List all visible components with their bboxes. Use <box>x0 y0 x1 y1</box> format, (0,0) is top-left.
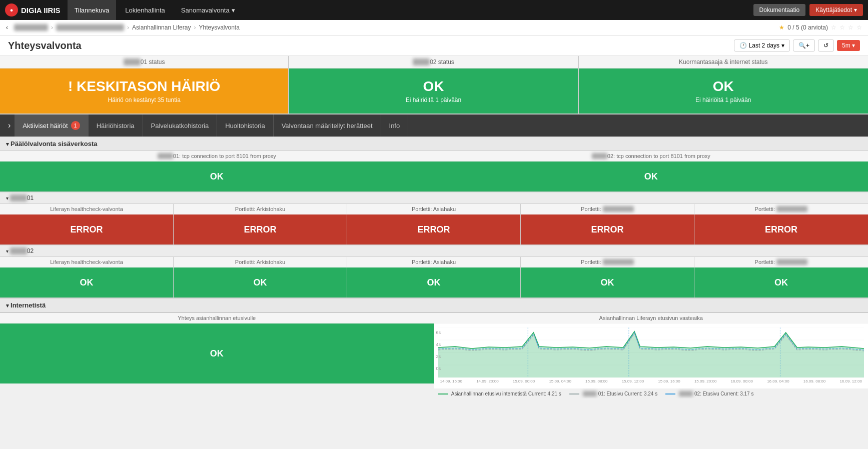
response-time-chart <box>438 328 864 378</box>
server01-health-label: Liferayn healthcheck-valvonta <box>0 204 173 214</box>
server02-portletti-4: Portletti: ████████ OK <box>521 257 694 298</box>
server01-health: Liferayn healthcheck-valvonta ERROR <box>0 204 174 245</box>
monitor-proxy-01-status: OK <box>0 162 434 192</box>
tab-valvontaan[interactable]: Valvontaan määritellyt herätteet <box>274 114 381 136</box>
server01-health-status: ERROR <box>0 214 173 244</box>
star-3[interactable]: ☆ <box>839 24 845 31</box>
server01-asiahaku: Portletti: Asiahaku ERROR <box>347 204 521 245</box>
documentation-button[interactable]: Dokumentaatio <box>753 4 806 16</box>
server02-arkisto: Portletti: Arkistohaku OK <box>174 257 347 298</box>
tab-palvelukatkohistoria[interactable]: Palvelukatkohistoria <box>143 114 218 136</box>
status-panel-2: ████02 status OK Ei häiriöitä 1 päivään <box>289 56 578 114</box>
monitor-proxy-02-status: OK <box>434 162 869 192</box>
tab-info[interactable]: Info <box>381 114 409 136</box>
status-panel-1: ████01 status ! KESKITASON HÄIRIÖ Häiriö… <box>0 56 289 114</box>
x-axis-labels: 14.09. 16:00 14.09. 20:00 15.09. 00:00 1… <box>438 379 864 384</box>
status-box-3-sub: Ei häiriöitä 1 päivään <box>695 96 751 104</box>
server02-asiahaku-status: OK <box>347 268 520 298</box>
rating-area: ★ 0 / 5 (0 arviota) ☆ ☆ ☆ ☆ <box>779 24 862 31</box>
legend-item-2: ████ 01: Etusivu Current: 3.24 s <box>569 391 657 396</box>
nav-sanomavalvonta[interactable]: Sanomavalvonta ▾ <box>174 0 242 20</box>
status-box-2: OK Ei häiriöitä 1 päivään <box>289 68 577 114</box>
back-arrow[interactable]: ‹ <box>6 24 8 31</box>
server01-portletti-5: Portletti: ████████ ERROR <box>694 204 868 245</box>
chart-legend: Asianhallinnan etusivu internetistä Curr… <box>434 388 869 398</box>
tabs-bar: › Aktiiviset häiriöt 1 Häiriöhistoria Pa… <box>0 114 868 136</box>
nav-lokienhallinta[interactable]: Lokienhallinta <box>118 0 172 20</box>
subsection-server01[interactable]: ████01 <box>0 192 868 204</box>
chevron-down-icon: ▾ <box>781 42 784 49</box>
server02-asiahaku-label: Portletti: Asiahaku <box>347 257 520 268</box>
interval-button[interactable]: 5m ▾ <box>837 40 860 51</box>
monitor-proxy-02: ████02: tcp connection to port 8101 from… <box>434 151 869 192</box>
star-5[interactable]: ☆ <box>856 24 862 31</box>
star-4[interactable]: ☆ <box>848 24 853 31</box>
monitor-proxy-01: ████01: tcp connection to port 8101 from… <box>0 151 434 192</box>
chevron-down-icon: ▾ <box>232 6 235 14</box>
monitor-proxy-01-label: ████01: tcp connection to port 8101 from… <box>0 151 434 162</box>
user-button[interactable]: Käyttäjätiedot ▾ <box>809 4 863 16</box>
server01-portletti-5-status: ERROR <box>694 214 868 244</box>
star-1[interactable]: ★ <box>779 24 784 31</box>
y-axis-labels: 6s4s2s0s <box>436 326 441 374</box>
tab-prev-arrow[interactable]: › <box>4 121 15 130</box>
server01-asiahaku-status: ERROR <box>347 214 520 244</box>
status-box-1-main: ! KESKITASON HÄIRIÖ <box>68 78 220 94</box>
server02-arkisto-status: OK <box>174 268 347 298</box>
server01-portletti-4-label: Portletti: ████████ <box>521 204 694 214</box>
refresh-button[interactable]: ↺ <box>818 40 834 52</box>
rating-text: 0 / 5 (0 arviota) <box>787 24 828 31</box>
clock-icon: 🕐 <box>739 42 747 49</box>
legend-item-3: ████ 02: Etusivu Current: 3.17 s <box>665 391 753 396</box>
server01-grid: Liferayn healthcheck-valvonta ERROR Port… <box>0 204 868 245</box>
server02-grid: Liferayn healthcheck-valvonta OK Portlet… <box>0 257 868 298</box>
time-filter-button[interactable]: 🕐 Last 2 days ▾ <box>734 40 790 52</box>
tab-hairiohistoria[interactable]: Häiriöhistoria <box>89 114 143 136</box>
internet-right: Asianhallinnan Liferayn etusivun vasteai… <box>434 313 869 398</box>
server02-portletti-5-label: Portletti: ████████ <box>694 257 868 268</box>
tab-aktiiviset-hairiot[interactable]: Aktiiviset häiriöt 1 <box>15 114 88 136</box>
section-paalvalvonta[interactable]: Päälölvalvonta sisäverkosta <box>0 136 868 151</box>
status-box-3: OK Ei häiriöitä 1 päivään <box>579 68 868 114</box>
internet-left-label: Yhteys asianhallinnan etusivulle <box>0 313 434 324</box>
section-internet[interactable]: Internetistä <box>0 298 868 312</box>
server02-arkisto-label: Portletti: Arkistohaku <box>174 257 347 268</box>
breadcrumb-part-1[interactable]: ████████ <box>14 24 48 31</box>
page-title: Yhteysvalvonta <box>8 40 82 52</box>
internet-left: Yhteys asianhallinnan etusivulle OK <box>0 313 434 398</box>
svg-marker-5 <box>438 332 864 378</box>
server02-portletti-5: Portletti: ████████ OK <box>694 257 868 298</box>
internet-left-status: OK <box>0 324 434 384</box>
logo-icon: ● <box>5 4 18 16</box>
nav-right: Dokumentaatio Käyttäjätiedot ▾ <box>753 4 863 16</box>
page-header: Yhteysvalvonta 🕐 Last 2 days ▾ 🔍+ ↺ 5m ▾ <box>0 36 868 56</box>
server01-arkisto-status: ERROR <box>174 214 347 244</box>
paalvalvonta-grid: ████01: tcp connection to port 8101 from… <box>0 151 868 192</box>
server01-portletti-5-label: Portletti: ████████ <box>694 204 868 214</box>
breadcrumb-part-3[interactable]: Asianhallinnan Liferay <box>132 24 191 31</box>
server02-health-label: Liferayn healthcheck-valvonta <box>0 257 173 268</box>
nav-left: ● DIGIA IIRIS Tilannekuva Lokienhallinta… <box>5 0 242 20</box>
nav-tilannekuva[interactable]: Tilannekuva <box>68 0 117 20</box>
top-nav: ● DIGIA IIRIS Tilannekuva Lokienhallinta… <box>0 0 868 20</box>
tab-badge-1: 1 <box>71 121 80 130</box>
internet-right-label: Asianhallinnan Liferayn etusivun vasteai… <box>434 313 869 324</box>
status-box-1-sub: Häiriö on kestänyt 35 tuntia <box>108 96 180 104</box>
status-panel-1-title: ████01 status <box>0 56 288 68</box>
logo-text: DIGIA IIRIS <box>21 6 61 14</box>
server02-health: Liferayn healthcheck-valvonta OK <box>0 257 174 298</box>
star-2[interactable]: ☆ <box>831 24 836 31</box>
breadcrumb-part-2[interactable]: ████████████████ <box>56 24 124 31</box>
server01-arkisto: Portletti: Arkistohaku ERROR <box>174 204 347 245</box>
status-panel-2-title: ████02 status <box>289 56 577 68</box>
tab-huoltohistoria[interactable]: Huoltohistoria <box>217 114 274 136</box>
server02-asiahaku: Portletti: Asiahaku OK <box>347 257 521 298</box>
breadcrumb-part-4[interactable]: Yhteysvalvonta <box>199 24 239 31</box>
server01-asiahaku-label: Portletti: Asiahaku <box>347 204 520 214</box>
server02-portletti-4-status: OK <box>521 268 694 298</box>
subsection-server02[interactable]: ████02 <box>0 245 868 257</box>
chevron-down-icon: ▾ <box>854 6 857 14</box>
server01-arkisto-label: Portletti: Arkistohaku <box>174 204 347 214</box>
zoom-in-button[interactable]: 🔍+ <box>793 40 815 52</box>
status-box-2-sub: Ei häiriöitä 1 päivään <box>406 96 461 104</box>
